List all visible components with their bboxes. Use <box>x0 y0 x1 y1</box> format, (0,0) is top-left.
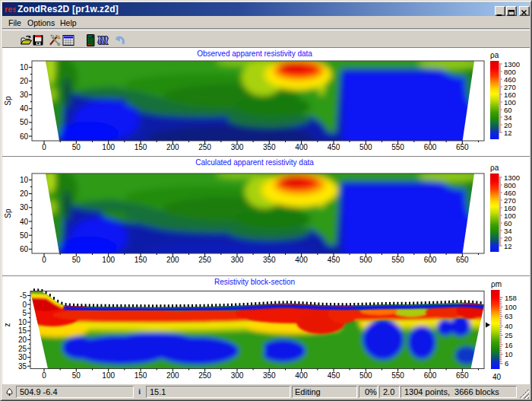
svg-text:60: 60 <box>20 132 29 141</box>
svg-text:150: 150 <box>135 143 147 151</box>
svg-text:Resistivity block-section: Resistivity block-section <box>214 278 295 286</box>
svg-text:50: 50 <box>20 118 29 126</box>
svg-text:z: z <box>3 323 11 327</box>
svg-text:100: 100 <box>102 256 115 264</box>
svg-text:ρm: ρm <box>491 280 502 288</box>
svg-text:12: 12 <box>504 129 512 137</box>
svg-text:250: 250 <box>198 371 211 380</box>
svg-text:50: 50 <box>20 231 29 240</box>
svg-text:6: 6 <box>505 359 508 368</box>
svg-text:0: 0 <box>42 256 46 264</box>
svg-text:ρa: ρa <box>490 51 499 59</box>
svg-text:50: 50 <box>72 256 81 264</box>
svg-text:10: 10 <box>20 63 29 72</box>
svg-text:Sp: Sp <box>4 96 12 106</box>
svg-text:650: 650 <box>456 256 469 264</box>
svg-text:35: 35 <box>18 362 27 371</box>
svg-text:5: 5 <box>22 309 27 317</box>
svg-text:300: 300 <box>231 143 244 151</box>
svg-text:10: 10 <box>505 350 513 358</box>
svg-text:600: 600 <box>424 371 437 380</box>
svg-text:550: 550 <box>391 256 404 264</box>
svg-text:650: 650 <box>456 143 469 151</box>
svg-text:10: 10 <box>18 318 27 326</box>
svg-text:30: 30 <box>20 203 29 212</box>
svg-text:0: 0 <box>42 143 46 151</box>
svg-text:158: 158 <box>505 294 517 302</box>
svg-text:50: 50 <box>72 143 81 151</box>
svg-text:25: 25 <box>18 345 27 353</box>
svg-text:Sp: Sp <box>4 208 12 218</box>
svg-text:Calculated apparent resistivit: Calculated apparent resistivity data <box>195 158 314 167</box>
svg-text:100: 100 <box>102 371 115 380</box>
svg-text:20: 20 <box>20 77 29 85</box>
svg-text:30: 30 <box>20 91 29 99</box>
svg-text:-5: -5 <box>20 291 27 300</box>
svg-text:Observed apparent resistivity: Observed apparent resistivity data <box>197 49 312 58</box>
svg-text:0: 0 <box>22 301 27 309</box>
svg-text:400: 400 <box>295 371 308 380</box>
svg-text:250: 250 <box>198 143 211 151</box>
svg-text:350: 350 <box>263 143 276 151</box>
svg-text:550: 550 <box>391 143 404 151</box>
svg-text:16: 16 <box>505 341 513 349</box>
svg-text:350: 350 <box>263 371 276 380</box>
svg-text:100: 100 <box>102 143 115 151</box>
svg-text:30: 30 <box>18 353 27 361</box>
svg-text:400: 400 <box>295 143 308 151</box>
svg-text:20: 20 <box>18 336 27 344</box>
svg-text:200: 200 <box>166 143 179 151</box>
svg-text:0: 0 <box>42 371 46 380</box>
svg-text:40: 40 <box>20 104 29 113</box>
svg-text:25: 25 <box>505 331 513 339</box>
svg-text:63: 63 <box>505 312 513 320</box>
svg-text:300: 300 <box>231 371 244 380</box>
svg-text:300: 300 <box>231 256 244 264</box>
svg-text:200: 200 <box>166 256 179 264</box>
svg-text:250: 250 <box>198 256 211 264</box>
svg-text:60: 60 <box>20 245 29 253</box>
svg-text:10: 10 <box>20 176 29 184</box>
svg-text:40: 40 <box>20 218 29 226</box>
svg-text:i: i <box>138 387 141 396</box>
svg-text:450: 450 <box>328 256 340 264</box>
svg-text:550: 550 <box>391 371 404 380</box>
svg-text:150: 150 <box>135 256 147 264</box>
svg-text:150: 150 <box>135 371 147 380</box>
svg-text:12: 12 <box>504 242 512 250</box>
svg-text:600: 600 <box>424 143 437 151</box>
svg-text:40: 40 <box>492 373 502 381</box>
svg-text:500: 500 <box>359 143 372 151</box>
svg-text:500: 500 <box>359 371 372 380</box>
svg-text:100: 100 <box>505 303 517 311</box>
svg-text:40: 40 <box>505 322 513 330</box>
svg-text:res: res <box>5 5 16 14</box>
svg-text:20: 20 <box>20 189 29 198</box>
svg-text:200: 200 <box>166 371 179 380</box>
svg-text:350: 350 <box>263 256 276 264</box>
svg-text:500: 500 <box>359 256 372 264</box>
svg-text:15: 15 <box>18 326 27 335</box>
svg-text:50: 50 <box>72 371 81 380</box>
svg-text:450: 450 <box>328 371 340 380</box>
svg-text:650: 650 <box>456 371 469 380</box>
svg-text:ρa: ρa <box>490 164 499 172</box>
svg-text:600: 600 <box>424 256 437 264</box>
svg-text:400: 400 <box>295 256 308 264</box>
svg-text:450: 450 <box>328 143 340 151</box>
